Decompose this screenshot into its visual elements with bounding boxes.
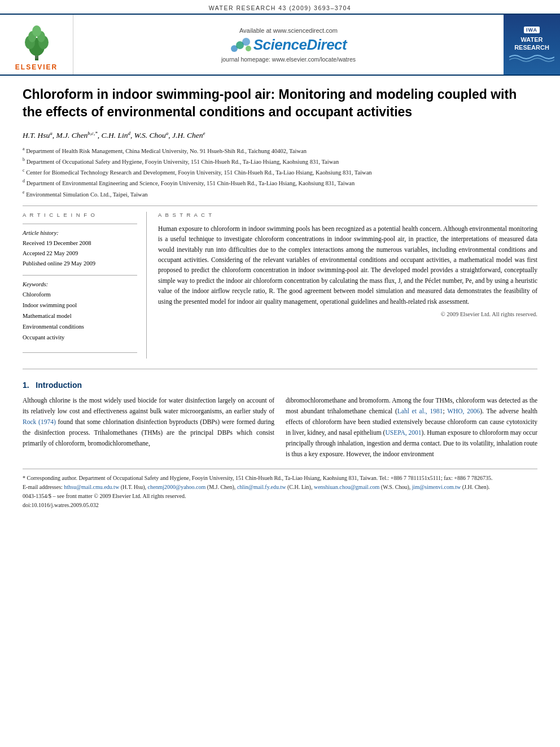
email-hthsu[interactable]: hthsu@mail.cmu.edu.tw	[64, 484, 119, 490]
email-addresses: E-mail addresses: hthsu@mail.cmu.edu.tw …	[23, 483, 537, 492]
accepted-date: Accepted 22 May 2009	[23, 248, 137, 259]
article-history-label: Article history:	[23, 230, 137, 236]
iwa-logo: IWA	[524, 27, 540, 33]
article-title: Chloroform in indoor swimming-pool air: …	[23, 86, 537, 121]
lahl-ref-link[interactable]: Lahl et al., 1981	[397, 408, 443, 414]
affiliation-a: a Department of Health Risk Management, …	[23, 146, 537, 155]
keyword-3: Mathematical model	[23, 311, 137, 322]
info-divider-2	[23, 275, 137, 276]
publisher-bar: ELSEVIER Available at www.sciencedirect.…	[0, 14, 560, 76]
main-content: Chloroform in indoor swimming-pool air: …	[0, 76, 560, 516]
keywords-list: Chloroform Indoor swimming pool Mathemat…	[23, 290, 137, 343]
author-hthsu: H.T. Hsua	[23, 131, 53, 139]
intro-left-text: Although chlorine is the most widely use…	[23, 395, 274, 449]
sd-logo-icon	[230, 36, 252, 53]
journal-url: journal homepage: www.elsevier.com/locat…	[221, 56, 356, 63]
author-chlin: C.H. Lind	[102, 131, 130, 139]
issn-line: 0043-1354/$ – see front matter © 2009 El…	[23, 492, 537, 501]
abstract-heading: A B S T R A C T	[158, 212, 537, 218]
keywords-label: Keywords:	[23, 281, 137, 287]
introduction-section: 1. Introduction Although chlorine is the…	[23, 381, 537, 460]
center-header: Available at www.sciencedirect.com Scien…	[73, 15, 504, 75]
rock-ref-link[interactable]: Rock (1974)	[23, 418, 56, 425]
journal-header: WATER RESEARCH 43 (2009) 3693–3704	[0, 0, 560, 14]
email-wschou[interactable]: wenshiuan.chou@gmail.com	[314, 484, 379, 490]
authors-line: H.T. Hsua, M.J. Chenb,c,*, C.H. Lind, W.…	[23, 130, 537, 140]
wr-journal-title: WATERRESEARCH	[514, 36, 549, 52]
wr-waves-icon	[509, 51, 554, 63]
svg-point-11	[246, 46, 251, 51]
article-info-column: A R T I C L E I N F O Article history: R…	[23, 212, 147, 359]
svg-point-7	[35, 55, 38, 59]
section-title: 1. Introduction	[23, 381, 537, 390]
affiliations: a Department of Health Risk Management, …	[23, 146, 537, 199]
author-jhchen: J.H. Chene	[172, 131, 205, 139]
copyright-line: © 2009 Elsevier Ltd. All rights reserved…	[158, 311, 537, 317]
section-divider	[23, 206, 537, 206]
intro-left-col: Although chlorine is the most widely use…	[23, 395, 274, 460]
email-chlin[interactable]: chlin@mail.fy.edu.tw	[237, 484, 286, 490]
abstract-column: A B S T R A C T Human exposure to chloro…	[158, 212, 537, 359]
affiliation-c: c Center for Biomedical Technology Resea…	[23, 167, 537, 177]
water-research-badge: IWA WATERRESEARCH	[504, 15, 560, 75]
article-history-items: Received 19 December 2008 Accepted 22 Ma…	[23, 238, 137, 269]
author-mjchen: M.J. Chenb,c,*	[56, 131, 97, 139]
info-divider-3	[23, 352, 137, 353]
email-jhchen[interactable]: jim@simenvi.com.tw	[412, 484, 461, 490]
intro-two-col: Although chlorine is the most widely use…	[23, 395, 537, 460]
svg-point-6	[32, 25, 41, 37]
usepa-ref-link[interactable]: USEPA, 2001	[385, 429, 421, 436]
affiliation-d: d Department of Environmental Engineerin…	[23, 178, 537, 187]
keyword-2: Indoor swimming pool	[23, 300, 137, 311]
elsevier-logo: ELSEVIER	[0, 15, 73, 75]
sciencedirect-logo: ScienceDirect	[230, 36, 347, 54]
corresponding-author-note: * Corresponding author. Department of Oc…	[23, 474, 537, 483]
page-wrapper: WATER RESEARCH 43 (2009) 3693–3704 ELSEV…	[0, 0, 560, 516]
intro-right-col: dibromochloromethane and bromoform. Amon…	[286, 395, 537, 460]
received-date: Received 19 December 2008	[23, 238, 137, 248]
elsevier-tree-icon	[20, 25, 54, 62]
abstract-text: Human exposure to chloroform in indoor s…	[158, 224, 537, 307]
keyword-4: Environmental conditions	[23, 322, 137, 333]
published-date: Published online 29 May 2009	[23, 259, 137, 269]
journal-citation: WATER RESEARCH 43 (2009) 3693–3704	[209, 5, 351, 11]
article-info-abstract: A R T I C L E I N F O Article history: R…	[23, 212, 537, 359]
intro-right-text: dibromochloromethane and bromoform. Amon…	[286, 395, 537, 460]
email-mjchen[interactable]: chenmj2000@yahoo.com	[148, 484, 206, 490]
affiliation-b: b Department of Occupational Safety and …	[23, 156, 537, 166]
available-text: Available at www.sciencedirect.com	[239, 27, 338, 34]
doi-line: doi:10.1016/j.watres.2009.05.032	[23, 501, 537, 510]
elsevier-text: ELSEVIER	[15, 63, 58, 71]
affiliation-e: e Environmental Simulation Co. Ltd., Tai…	[23, 189, 537, 199]
footnote-area: * Corresponding author. Department of Oc…	[23, 469, 537, 510]
article-info-heading: A R T I C L E I N F O	[23, 212, 137, 218]
keyword-5: Occupant activity	[23, 333, 137, 343]
author-wschou: W.S. Choua	[134, 131, 169, 139]
who-ref-link[interactable]: WHO, 2006	[447, 408, 480, 414]
svg-point-10	[242, 38, 250, 46]
sciencedirect-name: ScienceDirect	[253, 36, 347, 54]
body-divider	[23, 369, 537, 369]
keyword-1: Chloroform	[23, 290, 137, 300]
info-divider-1	[23, 224, 137, 224]
